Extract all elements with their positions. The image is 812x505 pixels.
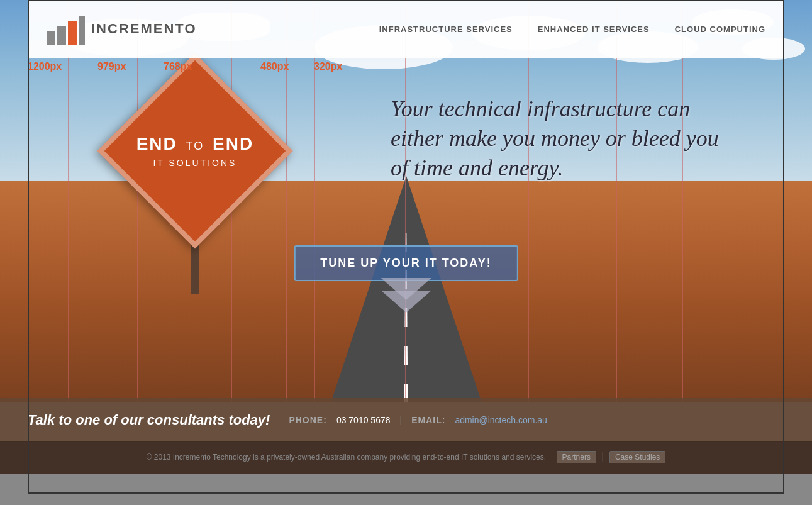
logo-bar-3 [68,21,77,45]
logo-bar-4 [79,16,85,45]
logo-area: INCREMENTO [47,13,197,45]
header: INCREMENTO INFRASTRUCTURE SERVICES ENHAN… [28,0,784,58]
logo-icon [47,13,85,45]
sign-to: TO [186,140,204,152]
sign-text: END TO END IT SOLUTIONS [136,135,253,168]
footer-contact-bar: Talk to one of our consultants today! PH… [0,398,812,442]
page-wrapper: INCREMENTO INFRASTRUCTURE SERVICES ENHAN… [0,0,812,505]
logo-text: INCREMENTO [91,21,197,37]
nav-enhanced-it[interactable]: ENHANCED IT SERVICES [538,25,650,34]
email-label: EMAIL: [411,415,445,425]
main-nav: INFRASTRUCTURE SERVICES ENHANCED IT SERV… [379,25,765,34]
sign-end1: END [136,134,177,153]
sign-end-to-end: END TO END [136,135,253,154]
nav-cloud-computing[interactable]: CLOUD COMPUTING [675,25,765,34]
hero-headline: Your technical infrastructure can either… [391,94,730,182]
case-studies-link[interactable]: Case Studies [609,451,665,463]
logo-bar-1 [47,31,55,45]
phone-number: 03 7010 5678 [336,415,391,425]
road-sign: END TO END IT SOLUTIONS [126,82,264,294]
down-arrow-icon [381,291,431,313]
footer-contact-info: PHONE: 03 7010 5678 | EMAIL: admin@incte… [289,415,547,425]
sign-it-solutions: IT SOLUTIONS [136,157,253,167]
email-address[interactable]: admin@inctech.com.au [455,415,547,425]
link-divider: | [601,451,604,462]
cta-container: TUNE UP YOUR IT TODAY! [294,245,518,313]
footer-bottom: © 2013 Incremento Technology is a privat… [0,441,812,474]
copyright-text: © 2013 Incremento Technology is a privat… [147,453,546,462]
footer-talk-text: Talk to one of our consultants today! [28,412,270,428]
hero-section: END TO END IT SOLUTIONS Your technical i… [0,0,812,402]
cta-button[interactable]: TUNE UP YOUR IT TODAY! [294,245,518,281]
logo-bar-2 [57,26,66,45]
partners-link[interactable]: Partners [557,451,596,463]
hero-content: Your technical infrastructure can either… [391,94,730,182]
sign-end2: END [213,134,253,153]
footer-separator-1: | [400,415,403,425]
phone-label: PHONE: [289,415,326,425]
nav-infrastructure[interactable]: INFRASTRUCTURE SERVICES [379,25,513,34]
sign-diamond: END TO END IT SOLUTIONS [97,53,292,248]
